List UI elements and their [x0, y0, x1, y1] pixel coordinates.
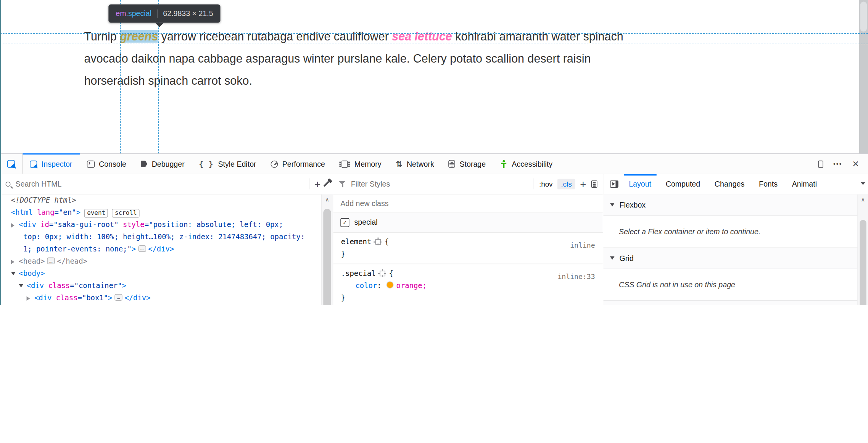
selector-target-icon[interactable] [380, 271, 385, 277]
page-text-segment: Turnip [84, 30, 120, 42]
rules-filterbar: Filter Styles :hov .cls + [333, 174, 603, 195]
add-node-button[interactable]: + [314, 179, 320, 189]
page-em-special: greens [120, 30, 158, 42]
boxmodel-section-header[interactable]: Box Model [603, 301, 858, 305]
markup-line[interactable]: top: 0px; width: 100%; height…100%; z-in… [0, 231, 322, 243]
tab-inspector[interactable]: Inspector [23, 154, 79, 174]
markup-scrollbar-thumb[interactable] [323, 209, 331, 305]
grid-section-header[interactable]: Grid [603, 248, 858, 269]
code-token: > [122, 281, 126, 290]
rules-panel: Filter Styles :hov .cls + Add new class … [333, 174, 603, 305]
filter-styles-input[interactable]: Filter Styles [351, 180, 390, 188]
rules-list: Add new class ✓ special element{inline}.… [333, 194, 603, 305]
add-class-input[interactable]: Add new class [340, 197, 388, 209]
markup-line[interactable]: <head>…</head> [0, 255, 322, 267]
collapsed-children-badge[interactable]: … [47, 258, 55, 264]
page-scrollbar[interactable] [859, 0, 868, 153]
flexbox-message: Select a Flex container or item to conti… [603, 216, 858, 248]
tab-style-editor[interactable]: { }Style Editor [192, 154, 264, 174]
console-icon [87, 160, 94, 168]
pick-element-button[interactable] [0, 154, 23, 174]
sidebar-toggle-icon[interactable] [610, 180, 618, 187]
sidebar-tabs: LayoutComputedChangesFontsAnimati [603, 174, 868, 195]
tab-accessibility[interactable]: Accessibility [493, 154, 560, 174]
tab-memory[interactable]: Memory [332, 154, 389, 174]
code-token: <div [19, 221, 36, 229]
highlight-guide-left [120, 0, 121, 153]
toolbar-right-buttons: ••• ✕ [810, 154, 868, 174]
code-token: ="saka-gui-root" [49, 221, 119, 229]
grid-title: Grid [620, 254, 634, 262]
markup-line[interactable]: <div id="saka-gui-root" style="position:… [0, 219, 322, 231]
markup-line[interactable]: <div class="container"> [0, 280, 322, 292]
rule-selector[interactable]: .special [341, 269, 376, 277]
close-devtools-icon[interactable]: ✕ [852, 159, 859, 169]
twisty-icon[interactable] [11, 223, 14, 228]
search-html-input[interactable]: Search HTML [16, 180, 62, 188]
markup-line[interactable]: 1; pointer-events: none;">…</div> [0, 243, 322, 255]
markup-scrollbar[interactable]: ∧ ∨ [321, 194, 333, 305]
layout-panel: LayoutComputedChangesFontsAnimati Flexbo… [603, 174, 868, 305]
class-panel-toggle[interactable]: .cls [558, 179, 575, 189]
pick-element-icon [7, 160, 15, 168]
code-token: class [52, 293, 77, 302]
add-class-row[interactable]: Add new class [333, 194, 603, 213]
markup-line[interactable]: <html lang="en">eventscroll [0, 206, 322, 219]
code-token: ="box1" [78, 293, 108, 302]
tab-console[interactable]: Console [79, 154, 134, 174]
meatball-menu-icon[interactable]: ••• [833, 161, 842, 167]
twisty-icon[interactable] [11, 260, 14, 264]
page-em: sea lettuce [392, 30, 452, 42]
node-badge[interactable]: scroll [112, 209, 140, 217]
markup-tree: <!DOCTYPE html><html lang="en">eventscro… [0, 194, 322, 305]
page-scrollbar-thumb[interactable] [860, 2, 867, 31]
twisty-icon[interactable] [19, 284, 23, 287]
add-rule-button[interactable]: + [580, 179, 586, 189]
storage-icon [448, 160, 455, 168]
code-token: <body> [19, 269, 45, 277]
property-name[interactable]: color [355, 281, 377, 290]
layout-scrollbar-thumb[interactable] [860, 220, 866, 305]
print-simulation-icon[interactable] [591, 180, 597, 187]
code-token: top: 0px; width: 100%; height…100%; z-in… [23, 233, 305, 241]
twisty-icon[interactable] [27, 296, 30, 301]
collapsed-children-badge[interactable]: … [114, 294, 122, 301]
code-token: </head> [57, 257, 87, 265]
layout-scrollbar[interactable]: ∧ ∨ [857, 194, 868, 305]
collapsed-children-badge[interactable]: … [138, 245, 146, 252]
scroll-up-icon[interactable]: ∧ [322, 197, 333, 203]
rule-selector-line[interactable]: .special{inline:33 [333, 267, 603, 280]
node-badge[interactable]: event [84, 209, 108, 217]
css-declaration[interactable]: color: orange; [333, 280, 603, 292]
sidebar-tab-changes[interactable]: Changes [707, 174, 752, 194]
class-checkbox[interactable]: ✓ [340, 218, 349, 227]
pseudo-class-toggle[interactable]: :hov [539, 180, 553, 188]
rule-selector[interactable]: element [341, 238, 372, 246]
all-tabs-dropdown-icon[interactable] [861, 182, 865, 185]
tab-performance[interactable]: Performance [263, 154, 332, 174]
sidebar-tab-computed[interactable]: Computed [659, 174, 707, 194]
sidebar-tab-fonts[interactable]: Fonts [752, 174, 785, 194]
responsive-design-icon[interactable] [818, 160, 823, 168]
markup-line[interactable]: <!DOCTYPE html> [0, 194, 322, 206]
eyedropper-icon[interactable] [324, 181, 329, 187]
sidebar-tab-animati[interactable]: Animati [785, 174, 824, 194]
window-border-left [0, 0, 1, 305]
tab-storage[interactable]: Storage [441, 154, 493, 174]
color-swatch[interactable] [386, 281, 393, 288]
markup-line[interactable]: <body> [0, 267, 322, 280]
code-token: ="container" [70, 281, 122, 290]
rule-selector-line[interactable]: element{inline [333, 236, 603, 248]
selector-target-icon[interactable] [375, 239, 381, 245]
scroll-up-icon[interactable]: ∧ [858, 197, 868, 203]
markup-line[interactable]: <div class="box1">…</div> [0, 292, 322, 304]
twisty-icon[interactable] [11, 272, 16, 275]
markup-line[interactable]: <div class="box2">…</div> [0, 304, 322, 305]
sidebar-tab-layout[interactable]: Layout [622, 174, 659, 194]
property-value[interactable]: orange; [396, 281, 427, 290]
flexbox-section-header[interactable]: Flexbox [603, 194, 858, 216]
code-token: ="position: absolute; left: 0px; [145, 221, 283, 229]
tab-network[interactable]: ⇅Network [388, 154, 441, 174]
class-toggle-row: ✓ special [333, 213, 603, 233]
tab-debugger[interactable]: Debugger [134, 154, 192, 174]
